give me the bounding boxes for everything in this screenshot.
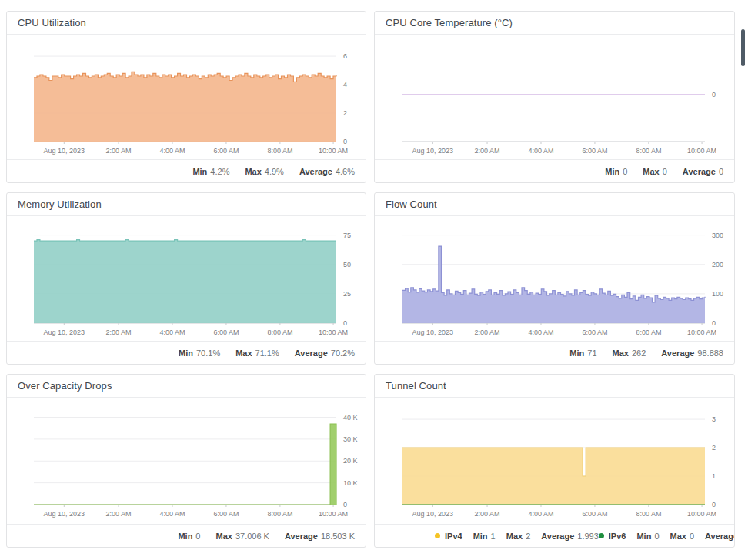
svg-text:8:00 AM: 8:00 AM: [267, 147, 292, 155]
svg-text:10:00 AM: 10:00 AM: [687, 147, 716, 155]
legend-ipv4: IPv4Min1Max2Average1.993: [435, 532, 599, 541]
flow-count-stats: Min71Max262Average98.888: [375, 341, 734, 364]
stat-max: Max4.9%: [245, 167, 283, 176]
stat-max: Max2: [506, 532, 531, 541]
panel-flow-count: Flow Count 0100200300Aug 10, 20232:00 AM…: [374, 192, 735, 365]
stat-min: Min71: [569, 348, 596, 358]
stat-average: Average70.2%: [295, 348, 355, 358]
over-capacity-drops-stats: Min0Max37.006 KAverage18.503 K: [7, 524, 366, 547]
vertical-scrollbar[interactable]: [741, 29, 745, 66]
svg-text:30 K: 30 K: [343, 435, 358, 443]
svg-text:10:00 AM: 10:00 AM: [319, 147, 348, 155]
svg-text:300: 300: [712, 232, 723, 239]
svg-text:4:00 AM: 4:00 AM: [159, 510, 185, 518]
svg-text:25: 25: [343, 290, 351, 298]
svg-text:6:00 AM: 6:00 AM: [582, 510, 607, 518]
legend-dot-ipv6: [599, 533, 604, 538]
svg-text:10:00 AM: 10:00 AM: [319, 328, 348, 336]
svg-text:10:00 AM: 10:00 AM: [687, 510, 716, 518]
svg-text:4:00 AM: 4:00 AM: [528, 510, 553, 518]
svg-text:2:00 AM: 2:00 AM: [474, 510, 499, 518]
memory-utilization-chart[interactable]: 0255075Aug 10, 20232:00 AM4:00 AM6:00 AM…: [7, 216, 366, 341]
svg-text:8:00 AM: 8:00 AM: [267, 510, 292, 518]
stat-max: Max37.006 K: [215, 532, 269, 541]
stat-min: Min0: [605, 167, 627, 176]
cpu-utilization-chart[interactable]: 0246Aug 10, 20232:00 AM4:00 AM6:00 AM8:0…: [7, 35, 366, 159]
svg-text:2: 2: [712, 444, 716, 452]
svg-text:Aug 10, 2023: Aug 10, 2023: [412, 510, 453, 518]
stat-max: Max0: [670, 532, 695, 541]
tunnel-count-chart[interactable]: 0123Aug 10, 20232:00 AM4:00 AM6:00 AM8:0…: [375, 398, 734, 524]
stat-average: Average18.503 K: [285, 532, 355, 541]
stat-average: Average0: [683, 167, 723, 176]
svg-text:4:00 AM: 4:00 AM: [528, 147, 553, 155]
svg-text:2:00 AM: 2:00 AM: [474, 328, 499, 336]
svg-text:10:00 AM: 10:00 AM: [687, 328, 716, 336]
tunnel-count-legend: IPv4Min1Max2Average1.993IPv6Min0Max0Aver…: [375, 524, 734, 547]
panel-title-flow-count: Flow Count: [375, 193, 734, 216]
panel-over-capacity-drops: Over Capacity Drops 010 K20 K30 K40 KAug…: [6, 374, 366, 548]
legend-label-ipv6: IPv6: [609, 532, 626, 541]
svg-text:0: 0: [343, 138, 347, 145]
svg-text:6:00 AM: 6:00 AM: [213, 147, 239, 155]
svg-text:10:00 AM: 10:00 AM: [319, 510, 348, 518]
svg-text:2:00 AM: 2:00 AM: [474, 147, 499, 155]
svg-text:6: 6: [343, 52, 347, 60]
svg-text:200: 200: [712, 261, 723, 268]
svg-text:100: 100: [712, 290, 723, 298]
legend-label-ipv4: IPv4: [445, 532, 462, 541]
stat-average: Average4.6%: [299, 167, 355, 176]
svg-text:20 K: 20 K: [343, 457, 358, 465]
stat-min: Min4.2%: [192, 167, 229, 176]
legend-ipv6: IPv6Min0Max0Average0: [599, 532, 735, 541]
panel-cpu-utilization: CPU Utilization 0246Aug 10, 20232:00 AM4…: [6, 11, 366, 183]
svg-text:0: 0: [712, 319, 716, 327]
stat-max: Max262: [613, 348, 646, 358]
svg-text:8:00 AM: 8:00 AM: [267, 328, 292, 336]
svg-text:6:00 AM: 6:00 AM: [213, 510, 239, 518]
panel-title-tunnel-count: Tunnel Count: [375, 375, 734, 398]
panel-cpu-core-temperature: CPU Core Temperature (°C) 0Aug 10, 20232…: [374, 11, 735, 183]
svg-text:8:00 AM: 8:00 AM: [636, 147, 661, 155]
svg-text:Aug 10, 2023: Aug 10, 2023: [412, 328, 453, 336]
cpu-core-temperature-stats: Min0Max0Average0: [375, 159, 734, 182]
svg-text:4:00 AM: 4:00 AM: [528, 328, 553, 336]
stat-max: Max71.1%: [235, 348, 279, 358]
stat-average: Average98.888: [661, 348, 723, 358]
svg-text:50: 50: [343, 261, 351, 268]
stat-min: Min0: [636, 532, 659, 541]
svg-text:Aug 10, 2023: Aug 10, 2023: [44, 328, 85, 336]
svg-text:2:00 AM: 2:00 AM: [106, 510, 132, 518]
stat-min: Min0: [178, 532, 200, 541]
stat-min: Min70.1%: [179, 348, 220, 358]
svg-text:0: 0: [343, 501, 347, 508]
memory-utilization-stats: Min70.1%Max71.1%Average70.2%: [7, 341, 366, 364]
svg-text:8:00 AM: 8:00 AM: [636, 510, 661, 518]
flow-count-chart[interactable]: 0100200300Aug 10, 20232:00 AM4:00 AM6:00…: [375, 216, 734, 341]
svg-text:2:00 AM: 2:00 AM: [106, 328, 132, 336]
svg-text:0: 0: [712, 501, 716, 508]
stat-average: Average1.993: [541, 532, 599, 541]
cpu-core-temperature-chart[interactable]: 0Aug 10, 20232:00 AM4:00 AM6:00 AM8:00 A…: [375, 35, 734, 159]
cpu-utilization-stats: Min4.2%Max4.9%Average4.6%: [7, 159, 366, 182]
svg-text:Aug 10, 2023: Aug 10, 2023: [412, 147, 453, 155]
svg-text:40 K: 40 K: [343, 414, 358, 422]
svg-text:6:00 AM: 6:00 AM: [582, 328, 607, 336]
svg-text:Aug 10, 2023: Aug 10, 2023: [44, 510, 85, 518]
panel-tunnel-count: Tunnel Count 0123Aug 10, 20232:00 AM4:00…: [374, 374, 735, 548]
panel-title-over-capacity-drops: Over Capacity Drops: [7, 375, 366, 398]
legend-dot-ipv4: [435, 533, 440, 538]
svg-text:0: 0: [712, 91, 716, 98]
svg-text:2:00 AM: 2:00 AM: [106, 147, 132, 155]
svg-text:8:00 AM: 8:00 AM: [636, 328, 661, 336]
over-capacity-drops-chart[interactable]: 010 K20 K30 K40 KAug 10, 20232:00 AM4:00…: [7, 398, 366, 524]
dashboard-grid: CPU Utilization 0246Aug 10, 20232:00 AM4…: [0, 0, 748, 548]
svg-text:2: 2: [343, 109, 347, 117]
stat-min: Min1: [473, 532, 496, 541]
svg-text:3: 3: [712, 415, 716, 423]
svg-text:75: 75: [343, 232, 351, 239]
panel-title-cpu-utilization: CPU Utilization: [7, 12, 366, 35]
svg-text:4:00 AM: 4:00 AM: [159, 328, 185, 336]
panel-title-cpu-core-temperature: CPU Core Temperature (°C): [375, 12, 734, 35]
svg-text:4: 4: [343, 81, 347, 88]
